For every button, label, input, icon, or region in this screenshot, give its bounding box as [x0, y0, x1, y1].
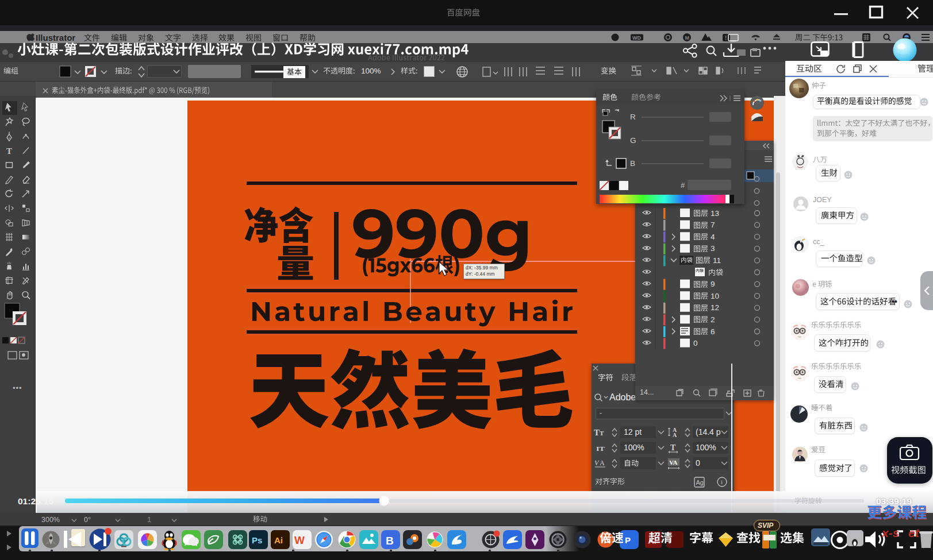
svg-text:W: W: [294, 534, 305, 546]
svg-text:B: B: [386, 535, 394, 547]
svg-text:Ps: Ps: [252, 535, 262, 545]
svg-text:Ai: Ai: [274, 535, 283, 545]
svg-text:P: P: [625, 535, 631, 545]
